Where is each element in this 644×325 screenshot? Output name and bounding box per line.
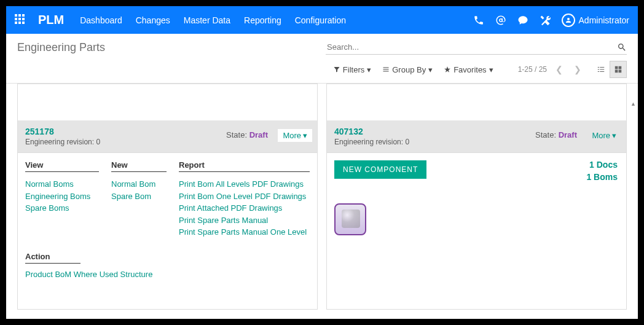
more-button[interactable]: More ▾ xyxy=(587,129,621,142)
caret-down-icon: ▾ xyxy=(303,131,307,140)
link-where-used[interactable]: Product BoM Where Used Structure xyxy=(25,270,152,279)
pager-prev-button[interactable]: ❮ xyxy=(553,65,565,74)
link-normal-bom[interactable]: Normal Bom xyxy=(111,178,167,190)
nav-master-data[interactable]: Master Data xyxy=(184,15,230,25)
user-name: Administrator xyxy=(579,15,629,25)
caret-down-icon: ▾ xyxy=(367,65,371,74)
nav-configuration[interactable]: Configuration xyxy=(295,15,346,25)
nav-links: Dashboard Changes Master Data Reporting … xyxy=(80,15,346,25)
funnel-icon xyxy=(333,66,340,73)
search-input[interactable] xyxy=(326,40,617,54)
pager-next-button[interactable]: ❯ xyxy=(571,65,584,74)
link-engineering-boms[interactable]: Engineering Boms xyxy=(25,190,99,203)
link-report-1[interactable]: Print Bom All Levels PDF Drawings xyxy=(179,178,310,190)
list-icon xyxy=(382,66,390,73)
link-report-2[interactable]: Print Bom One Level PDF Drawings xyxy=(179,190,310,203)
part-card-left: 251178 Engineering revision: 0 State: Dr… xyxy=(17,84,318,310)
report-column: Report Print Bom All Levels PDF Drawings… xyxy=(179,160,310,238)
favorites-button[interactable]: Favorites ▾ xyxy=(444,65,493,74)
card-header: 407132 Engineering revision: 0 State: Dr… xyxy=(326,120,627,153)
brand-label: PLM xyxy=(38,13,64,27)
new-column: New Normal Bom Spare Bom xyxy=(111,160,167,238)
part-card-right: 407132 Engineering revision: 0 State: Dr… xyxy=(326,84,627,310)
list-view-button[interactable] xyxy=(592,61,610,78)
pager: 1-25 / 25 ❮ ❯ xyxy=(518,65,584,74)
link-spare-bom[interactable]: Spare Bom xyxy=(111,190,167,203)
view-column: View Normal Boms Engineering Boms Spare … xyxy=(25,160,99,238)
at-icon[interactable] xyxy=(495,15,506,26)
docs-count-link[interactable]: 1 Docs xyxy=(586,159,618,171)
caret-down-icon: ▾ xyxy=(489,65,493,74)
state-display: State: Draft xyxy=(226,130,268,139)
more-button[interactable]: More ▾ xyxy=(278,129,312,142)
counts-box: 1 Docs 1 Boms xyxy=(586,159,618,183)
link-spare-boms[interactable]: Spare Boms xyxy=(25,202,99,214)
boms-count-link[interactable]: 1 Boms xyxy=(586,171,618,184)
new-component-button[interactable]: NEW COMPONENT xyxy=(334,160,426,179)
kanban-content: 251178 Engineering revision: 0 State: Dr… xyxy=(6,84,638,321)
link-report-4[interactable]: Print Spare Parts Manual xyxy=(179,214,310,227)
view-toggle xyxy=(592,61,627,78)
report-heading: Report xyxy=(179,160,310,172)
chat-icon[interactable] xyxy=(517,15,528,26)
view-heading: View xyxy=(25,160,99,172)
link-report-3[interactable]: Print Attached PDF Drawings xyxy=(179,202,310,214)
nav-changes[interactable]: Changes xyxy=(136,15,170,25)
link-report-5[interactable]: Print Spare Parts Manual One Level xyxy=(179,226,310,238)
link-normal-boms[interactable]: Normal Boms xyxy=(25,178,99,190)
top-nav: PLM Dashboard Changes Master Data Report… xyxy=(6,6,638,34)
control-bar: Engineering Parts Filters ▾ Group By ▾ xyxy=(6,34,638,84)
list-view-icon xyxy=(597,65,605,74)
state-value: Draft xyxy=(559,130,577,139)
state-display: State: Draft xyxy=(535,130,577,139)
phone-icon[interactable] xyxy=(473,15,484,26)
action-section: Action Product BoM Where Used Structure xyxy=(25,252,310,279)
caret-down-icon: ▾ xyxy=(612,131,616,140)
pager-text: 1-25 / 25 xyxy=(518,65,547,74)
nav-reporting[interactable]: Reporting xyxy=(244,15,281,25)
card-top-spacer xyxy=(17,84,318,120)
new-heading: New xyxy=(111,160,167,172)
filter-bar: Filters ▾ Group By ▾ Favorites ▾ xyxy=(333,65,493,74)
page-title: Engineering Parts xyxy=(17,41,105,54)
caret-down-icon: ▾ xyxy=(428,65,433,74)
card-top-spacer xyxy=(326,84,627,120)
apps-icon[interactable] xyxy=(15,14,27,26)
kanban-view-button[interactable] xyxy=(610,61,627,78)
scrollbar-up-icon[interactable] xyxy=(630,98,637,104)
avatar-icon xyxy=(562,14,575,27)
state-value: Draft xyxy=(249,130,268,139)
card-body: NEW COMPONENT 1 Docs 1 Boms xyxy=(326,153,627,310)
card-header: 251178 Engineering revision: 0 State: Dr… xyxy=(17,120,318,153)
nav-right: Administrator xyxy=(473,14,629,27)
tools-icon[interactable] xyxy=(540,15,551,26)
search-icon[interactable] xyxy=(617,42,627,52)
user-menu[interactable]: Administrator xyxy=(562,14,629,27)
part-thumbnail[interactable] xyxy=(334,203,366,235)
filters-button[interactable]: Filters ▾ xyxy=(333,65,371,74)
nav-dashboard[interactable]: Dashboard xyxy=(80,15,122,25)
star-icon xyxy=(444,66,451,73)
action-heading: Action xyxy=(25,252,80,264)
grid-view-icon xyxy=(614,65,622,74)
card-body: View Normal Boms Engineering Boms Spare … xyxy=(17,153,318,310)
search-box xyxy=(326,40,627,55)
groupby-button[interactable]: Group By ▾ xyxy=(382,65,433,74)
